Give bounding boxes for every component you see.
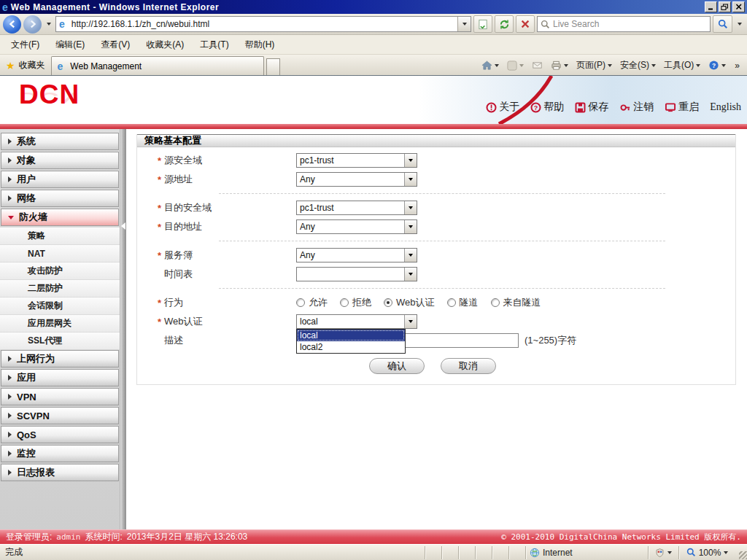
tools-menu-button[interactable]: 工具(O) bbox=[660, 58, 704, 73]
address-dropdown-button[interactable] bbox=[457, 17, 471, 31]
dst-zone-select[interactable]: pc1-trust bbox=[296, 201, 417, 215]
mail-button[interactable] bbox=[528, 59, 546, 71]
sidebar-item-ssl-proxy[interactable]: SSL代理 bbox=[0, 332, 120, 350]
sidebar-item-session-limit[interactable]: 会话限制 bbox=[0, 298, 120, 315]
resize-grip[interactable] bbox=[735, 546, 747, 559]
english-link[interactable]: English bbox=[710, 101, 741, 113]
radio-icon[interactable] bbox=[340, 298, 349, 307]
dropdown-arrow-button[interactable] bbox=[404, 201, 417, 214]
required-marker: * bbox=[158, 316, 161, 327]
dropdown-arrow-button[interactable] bbox=[404, 249, 417, 262]
new-tab-button[interactable] bbox=[266, 58, 280, 75]
action-radio-option[interactable]: 拒绝 bbox=[340, 296, 371, 309]
dst-addr-select[interactable]: Any bbox=[296, 219, 417, 234]
tab-web-management[interactable]: e Web Management bbox=[51, 56, 264, 75]
action-radio-option[interactable]: 来自隧道 bbox=[491, 296, 541, 309]
close-button[interactable] bbox=[732, 1, 745, 12]
feeds-button[interactable] bbox=[503, 59, 527, 72]
webauth-select[interactable]: local bbox=[296, 314, 417, 329]
about-link[interactable]: 关于 bbox=[486, 101, 519, 114]
sidebar-item-vpn[interactable]: VPN bbox=[1, 388, 119, 405]
favorites-button[interactable]: ★ 收藏夹 bbox=[3, 58, 51, 75]
dropdown-arrow-button[interactable] bbox=[404, 315, 417, 328]
save-link[interactable]: 保存 bbox=[575, 101, 608, 114]
english-label: English bbox=[710, 101, 741, 113]
action-radio-option[interactable]: Web认证 bbox=[384, 296, 435, 309]
sidebar-item-nat[interactable]: NAT bbox=[0, 245, 120, 262]
security-menu-button[interactable]: 安全(S) bbox=[616, 58, 659, 73]
protected-mode-button[interactable] bbox=[648, 546, 678, 559]
search-options-button[interactable] bbox=[735, 17, 744, 32]
refresh-button[interactable] bbox=[495, 15, 514, 33]
sidebar-item-policy[interactable]: 策略 bbox=[0, 228, 120, 245]
sidebar-item-log-report[interactable]: 日志报表 bbox=[1, 464, 119, 481]
sidebar-item-scvpn[interactable]: SCVPN bbox=[1, 407, 119, 424]
forward-button[interactable] bbox=[23, 15, 42, 34]
sidebar-item-qos[interactable]: QoS bbox=[1, 426, 119, 443]
menu-item[interactable]: 查看(V) bbox=[93, 36, 138, 54]
address-bar[interactable]: e http://192.168.1.1/zh_cn/webui.html bbox=[55, 16, 471, 32]
menu-item[interactable]: 收藏夹(A) bbox=[138, 36, 192, 54]
cancel-button[interactable]: 取消 bbox=[441, 358, 496, 374]
sidebar-item-monitor[interactable]: 监控 bbox=[1, 445, 119, 462]
zoom-control[interactable]: 100% bbox=[678, 546, 735, 559]
sidebar-item-application[interactable]: 应用 bbox=[1, 369, 119, 386]
back-button[interactable] bbox=[3, 15, 21, 34]
minimize-button[interactable] bbox=[705, 1, 717, 12]
logout-link[interactable]: 注销 bbox=[619, 101, 654, 114]
compatibility-view-button[interactable] bbox=[473, 15, 492, 33]
stop-button[interactable] bbox=[516, 15, 535, 33]
radio-icon[interactable] bbox=[447, 298, 456, 307]
webauth-option[interactable]: local bbox=[297, 330, 405, 341]
sidebar-item-object[interactable]: 对象 bbox=[1, 152, 119, 169]
menu-item[interactable]: 帮助(H) bbox=[237, 36, 283, 54]
radio-icon[interactable] bbox=[384, 298, 392, 307]
refresh-icon bbox=[499, 19, 510, 30]
src-addr-select[interactable]: Any bbox=[296, 172, 417, 187]
sidebar-item-web-behavior[interactable]: 上网行为 bbox=[1, 350, 119, 368]
radio-icon[interactable] bbox=[491, 298, 500, 307]
history-dropdown-button[interactable] bbox=[44, 17, 53, 32]
sidebar-item-alg[interactable]: 应用层网关 bbox=[0, 315, 120, 332]
sidebar-item-attack-defense[interactable]: 攻击防护 bbox=[0, 262, 120, 280]
page-menu-button[interactable]: 页面(P) bbox=[573, 58, 616, 73]
sidebar-item-user[interactable]: 用户 bbox=[1, 171, 119, 188]
webauth-option[interactable]: local2 bbox=[297, 341, 405, 353]
print-button[interactable] bbox=[547, 58, 572, 72]
url-text[interactable]: http://192.168.1.1/zh_cn/webui.html bbox=[71, 19, 209, 29]
help-link[interactable]: ? 帮助 bbox=[530, 101, 564, 114]
action-radio-option[interactable]: 允许 bbox=[296, 296, 328, 309]
help-menu-button[interactable]: ? bbox=[705, 58, 729, 72]
menu-item[interactable]: 编辑(E) bbox=[47, 36, 93, 54]
dropdown-arrow-button[interactable] bbox=[404, 154, 417, 167]
collapse-left-icon[interactable] bbox=[121, 222, 125, 230]
dropdown-arrow-button[interactable] bbox=[404, 268, 417, 281]
sidebar-item-network[interactable]: 网络 bbox=[1, 190, 119, 207]
action-radio-option[interactable]: 隧道 bbox=[447, 296, 479, 309]
service-select[interactable]: Any bbox=[296, 248, 417, 262]
command-overflow-button[interactable]: » bbox=[731, 59, 743, 72]
sidebar-splitter[interactable] bbox=[120, 129, 126, 529]
home-button[interactable] bbox=[478, 58, 503, 72]
restore-button[interactable] bbox=[719, 1, 731, 12]
chevron-down-icon bbox=[519, 64, 524, 67]
window-titlebar[interactable]: e Web Management - Windows Internet Expl… bbox=[0, 0, 747, 14]
radio-icon[interactable] bbox=[296, 298, 305, 307]
live-search-box[interactable] bbox=[537, 16, 711, 32]
confirm-button[interactable]: 确认 bbox=[369, 358, 425, 374]
menu-item[interactable]: 文件(F) bbox=[3, 36, 47, 54]
sidebar-item-l2-defense[interactable]: 二层防护 bbox=[0, 280, 120, 298]
schedule-select[interactable] bbox=[296, 267, 417, 281]
triangle-right-icon bbox=[8, 195, 12, 201]
reboot-link[interactable]: 重启 bbox=[665, 101, 699, 114]
menu-item[interactable]: 工具(T) bbox=[192, 36, 236, 54]
sidebar-item-system[interactable]: 系统 bbox=[1, 133, 119, 150]
dropdown-arrow-button[interactable] bbox=[404, 220, 417, 233]
search-go-button[interactable] bbox=[713, 15, 732, 33]
webauth-value: local bbox=[297, 316, 404, 327]
src-zone-select[interactable]: pc1-trust bbox=[296, 153, 417, 168]
sidebar-item-firewall[interactable]: 防火墙 bbox=[1, 209, 119, 226]
src-addr-row: *源地址 Any bbox=[137, 170, 735, 189]
search-input[interactable] bbox=[553, 19, 707, 29]
dropdown-arrow-button[interactable] bbox=[404, 173, 417, 186]
